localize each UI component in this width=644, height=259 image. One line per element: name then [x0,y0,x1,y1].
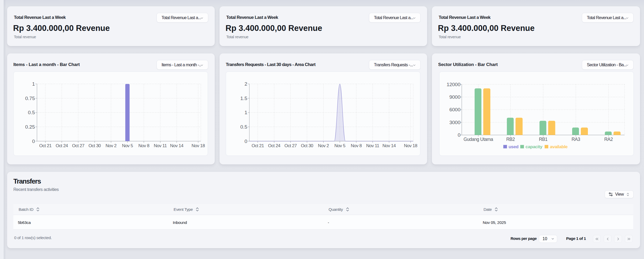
svg-text:Nov 18: Nov 18 [404,143,417,148]
svg-text:9000: 9000 [449,94,460,100]
svg-text:1: 1 [32,81,35,87]
svg-text:Oct 30: Oct 30 [88,143,101,148]
svg-text:Oct 21: Oct 21 [39,143,52,148]
svg-text:Nov 11: Nov 11 [366,143,379,148]
svg-text:Gudang Utama: Gudang Utama [464,137,493,142]
svg-text:0: 0 [244,139,247,144]
svg-text:6000: 6000 [449,107,460,112]
svg-text:1: 1 [244,110,247,115]
svg-text:Nov 8: Nov 8 [138,143,149,148]
svg-text:Nov 14: Nov 14 [383,143,396,148]
svg-text:0: 0 [458,132,460,138]
svg-text:RB1: RB1 [539,137,548,142]
svg-text:Oct 21: Oct 21 [252,143,264,148]
svg-text:Oct 27: Oct 27 [72,143,84,148]
svg-text:1.5: 1.5 [240,96,247,101]
svg-text:RB2: RB2 [506,137,515,142]
svg-text:Nov 5: Nov 5 [122,143,133,148]
svg-text:0.5: 0.5 [28,110,35,115]
svg-text:capacity: capacity [525,144,543,149]
svg-text:Nov 14: Nov 14 [170,143,184,148]
svg-text:Nov 18: Nov 18 [192,143,205,148]
svg-text:Oct 24: Oct 24 [56,143,68,148]
svg-text:Nov 2: Nov 2 [318,143,329,148]
svg-text:2: 2 [244,81,247,87]
svg-text:0: 0 [32,139,35,144]
svg-text:0.25: 0.25 [25,124,35,130]
svg-text:Nov 8: Nov 8 [351,143,362,148]
svg-text:Oct 24: Oct 24 [268,143,280,148]
svg-text:used: used [508,144,518,149]
svg-text:RA3: RA3 [572,137,580,142]
svg-text:available: available [550,144,567,149]
svg-text:3000: 3000 [449,120,460,125]
svg-text:Nov 5: Nov 5 [334,143,345,148]
svg-text:Oct 30: Oct 30 [301,143,313,148]
svg-text:12000: 12000 [447,82,460,87]
svg-text:Nov 2: Nov 2 [106,143,117,148]
svg-text:0.75: 0.75 [25,96,35,101]
svg-text:Oct 27: Oct 27 [285,143,297,148]
svg-text:RA2: RA2 [604,137,613,142]
svg-text:Nov 11: Nov 11 [154,143,167,148]
svg-text:0.5: 0.5 [240,124,247,130]
